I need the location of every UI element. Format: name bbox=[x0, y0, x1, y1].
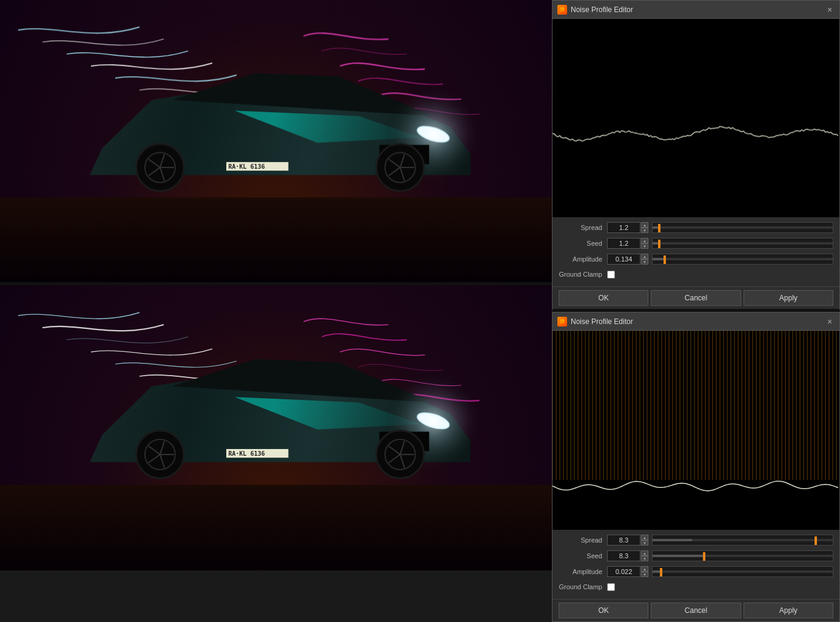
bottom-dialog-buttons: OK Cancel Apply bbox=[553, 599, 839, 621]
bottom-spread-label: Spread bbox=[559, 536, 607, 544]
top-amplitude-track bbox=[653, 258, 833, 260]
bottom-seed-down[interactable]: ▼ bbox=[641, 556, 648, 561]
top-amplitude-down[interactable]: ▼ bbox=[641, 259, 648, 265]
top-ok-button[interactable]: OK bbox=[559, 290, 648, 306]
top-amplitude-arrows: ▲ ▼ bbox=[641, 254, 648, 265]
top-seed-row: Seed 1.2 ▲ ▼ bbox=[559, 237, 833, 250]
top-seed-input[interactable]: 1.2 bbox=[607, 238, 640, 249]
top-car-panel bbox=[0, 0, 552, 285]
top-noise-editor: Noise Profile Editor × Spread 1.2 ▲ bbox=[552, 0, 840, 312]
bottom-seed-arrows: ▲ ▼ bbox=[641, 550, 648, 561]
bottom-spread-row: Spread 8.3 ▲ ▼ bbox=[559, 533, 833, 547]
top-seed-fill bbox=[653, 242, 658, 245]
bottom-amplitude-track bbox=[653, 570, 833, 573]
top-seed-thumb[interactable] bbox=[658, 240, 660, 248]
bottom-spread-down[interactable]: ▼ bbox=[641, 540, 648, 546]
top-spread-slider[interactable] bbox=[652, 222, 833, 233]
bottom-amplitude-down[interactable]: ▼ bbox=[641, 572, 648, 577]
bottom-noise-graph bbox=[553, 331, 839, 530]
top-apply-button[interactable]: Apply bbox=[744, 290, 833, 306]
bottom-seed-row: Seed 8.3 ▲ ▼ bbox=[559, 549, 833, 563]
top-spread-down[interactable]: ▼ bbox=[641, 228, 648, 233]
top-car-canvas bbox=[0, 0, 552, 282]
top-spread-fill bbox=[653, 226, 658, 229]
top-amplitude-label: Amplitude bbox=[559, 255, 607, 263]
top-amplitude-input[interactable]: 0.134 bbox=[607, 254, 640, 265]
top-noise-graph bbox=[553, 19, 839, 217]
top-ground-clamp-row: Ground Clamp bbox=[559, 268, 833, 280]
top-ground-clamp-label: Ground Clamp bbox=[559, 271, 607, 278]
right-panel: Noise Profile Editor × Spread 1.2 ▲ bbox=[552, 0, 840, 622]
bottom-amplitude-input[interactable]: 0.022 bbox=[607, 566, 640, 577]
bottom-amplitude-row: Amplitude 0.022 ▲ ▼ bbox=[559, 565, 833, 578]
top-spread-thumb[interactable] bbox=[658, 224, 660, 232]
bottom-amplitude-fill bbox=[653, 570, 660, 573]
bottom-seed-fill bbox=[653, 555, 703, 557]
image-area bbox=[0, 0, 552, 622]
top-spread-up[interactable]: ▲ bbox=[641, 222, 648, 228]
top-amplitude-thumb[interactable] bbox=[664, 255, 666, 264]
top-amplitude-up[interactable]: ▲ bbox=[641, 254, 648, 259]
bottom-spread-slider[interactable] bbox=[652, 535, 833, 546]
bottom-car-panel bbox=[0, 285, 552, 570]
top-seed-track bbox=[653, 242, 833, 245]
top-seed-label: Seed bbox=[559, 240, 607, 247]
bottom-ok-button[interactable]: OK bbox=[559, 603, 648, 618]
top-title-left: Noise Profile Editor bbox=[557, 5, 633, 15]
bottom-seed-track bbox=[653, 555, 833, 557]
top-seed-arrows: ▲ ▼ bbox=[641, 238, 648, 249]
bottom-dialog-icon bbox=[557, 317, 567, 326]
bottom-amplitude-label: Amplitude bbox=[559, 568, 607, 575]
top-ground-clamp-checkbox[interactable] bbox=[607, 271, 615, 279]
top-seed-down[interactable]: ▼ bbox=[641, 243, 648, 249]
bottom-amplitude-slider[interactable] bbox=[652, 566, 833, 577]
bottom-amplitude-up[interactable]: ▲ bbox=[641, 566, 648, 572]
bottom-titlebar: Noise Profile Editor × bbox=[553, 313, 839, 331]
bottom-noise-editor: Noise Profile Editor × Spread 8.3 ▲ bbox=[552, 312, 840, 622]
bottom-car-canvas bbox=[0, 285, 552, 570]
main-container: Noise Profile Editor × Spread 1.2 ▲ bbox=[0, 0, 840, 622]
bottom-spread-thumb[interactable] bbox=[815, 536, 817, 545]
top-spread-label: Spread bbox=[559, 224, 607, 231]
bottom-close-button[interactable]: × bbox=[825, 317, 835, 326]
bottom-seed-slider[interactable] bbox=[652, 550, 833, 561]
bottom-seed-input[interactable]: 8.3 bbox=[607, 550, 640, 561]
top-close-button[interactable]: × bbox=[825, 5, 835, 15]
bottom-ground-clamp-row: Ground Clamp bbox=[559, 581, 833, 593]
bottom-ground-clamp-label: Ground Clamp bbox=[559, 583, 607, 590]
bottom-seed-thumb[interactable] bbox=[703, 552, 705, 561]
bottom-spread-input[interactable]: 8.3 bbox=[607, 535, 640, 546]
bottom-spread-up[interactable]: ▲ bbox=[641, 535, 648, 540]
bottom-dialog-title: Noise Profile Editor bbox=[571, 317, 633, 326]
bottom-seed-label: Seed bbox=[559, 552, 607, 559]
top-seed-up[interactable]: ▲ bbox=[641, 238, 648, 243]
top-graph-canvas bbox=[553, 19, 839, 217]
top-spread-track bbox=[653, 226, 833, 229]
top-spread-arrows: ▲ ▼ bbox=[641, 222, 648, 233]
bottom-ground-clamp-checkbox[interactable] bbox=[607, 583, 615, 591]
svg-rect-1 bbox=[560, 7, 564, 9]
bottom-spread-fill bbox=[653, 539, 692, 541]
top-dialog-title: Noise Profile Editor bbox=[571, 5, 633, 14]
top-spread-input[interactable]: 1.2 bbox=[607, 222, 640, 233]
top-spread-row: Spread 1.2 ▲ ▼ bbox=[559, 221, 833, 234]
bottom-spread-arrows: ▲ ▼ bbox=[641, 535, 648, 546]
bottom-amplitude-thumb[interactable] bbox=[660, 568, 662, 576]
top-amplitude-slider[interactable] bbox=[652, 254, 833, 265]
top-cancel-button[interactable]: Cancel bbox=[651, 290, 741, 306]
bottom-apply-button[interactable]: Apply bbox=[744, 603, 833, 618]
bottom-seed-up[interactable]: ▲ bbox=[641, 550, 648, 556]
top-seed-slider[interactable] bbox=[652, 238, 833, 249]
bottom-cancel-button[interactable]: Cancel bbox=[651, 603, 741, 618]
bottom-spread-track bbox=[653, 539, 833, 541]
top-dialog-icon bbox=[557, 5, 567, 15]
bottom-controls: Spread 8.3 ▲ ▼ bbox=[553, 530, 839, 599]
top-controls: Spread 1.2 ▲ ▼ bbox=[553, 217, 839, 286]
top-dialog-buttons: OK Cancel Apply bbox=[553, 286, 839, 309]
bottom-amplitude-arrows: ▲ ▼ bbox=[641, 566, 648, 577]
top-amplitude-row: Amplitude 0.134 ▲ ▼ bbox=[559, 252, 833, 266]
svg-rect-3 bbox=[560, 319, 564, 321]
bottom-graph-canvas bbox=[553, 331, 839, 530]
top-amplitude-fill bbox=[653, 258, 664, 260]
bottom-title-left: Noise Profile Editor bbox=[557, 317, 633, 326]
